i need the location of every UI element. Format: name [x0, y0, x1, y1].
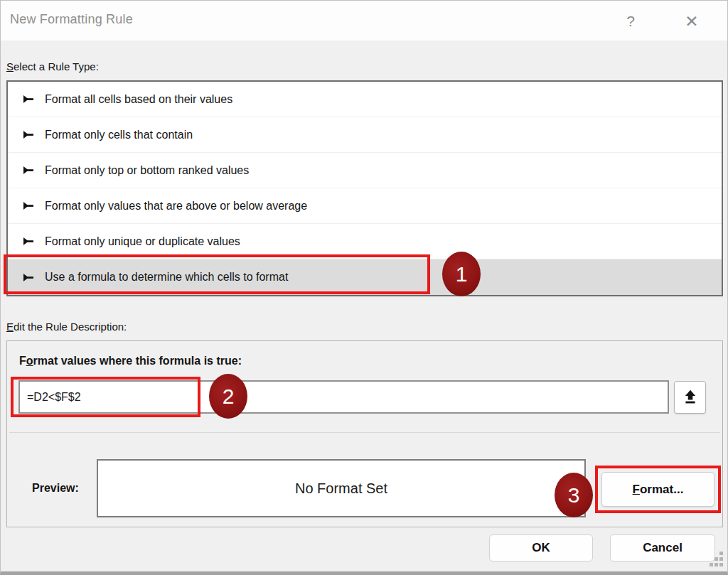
help-icon: ? [626, 13, 635, 30]
rule-type-option-label: Format only unique or duplicate values [45, 235, 240, 248]
groupbox-separator [9, 432, 720, 433]
close-icon: ✕ [685, 12, 698, 31]
collapse-dialog-up-arrow-icon [682, 389, 698, 407]
dialog-title: New Formatting Rule [10, 12, 133, 27]
collapse-dialog-button[interactable] [674, 381, 706, 414]
rule-type-option-label: Format only top or bottom ranked values [45, 164, 249, 177]
arrow-right-icon [23, 237, 34, 245]
format-preview-box: No Format Set [97, 459, 586, 517]
rule-type-option[interactable]: Format only top or bottom ranked values [8, 153, 722, 188]
resize-grip-icon[interactable] [710, 552, 725, 569]
dialog-titlebar: New Formatting Rule ? ✕ [1, 1, 727, 41]
rule-type-option[interactable]: Format all cells based on their values [8, 82, 722, 117]
arrow-right-icon [23, 274, 34, 281]
close-button[interactable]: ✕ [678, 8, 706, 35]
edit-rule-description-label: Edit the Rule Description: [6, 321, 127, 333]
rule-type-option[interactable]: Format only cells that contain [8, 117, 722, 153]
rule-type-option[interactable]: Format only unique or duplicate values [8, 224, 722, 259]
cancel-button[interactable]: Cancel [610, 534, 715, 561]
rule-type-option[interactable]: Format only values that are above or bel… [8, 188, 722, 224]
rule-type-option-label: Format only values that are above or bel… [45, 200, 307, 213]
new-formatting-rule-dialog: New Formatting Rule ? ✕ Select a Rule Ty… [0, 0, 728, 575]
format-button[interactable]: Format... [601, 472, 714, 507]
select-rule-type-label: Select a Rule Type: [6, 60, 99, 72]
ok-button[interactable]: OK [489, 534, 593, 561]
arrow-right-icon [23, 95, 34, 103]
rule-type-option-selected[interactable]: Use a formula to determine which cells t… [8, 259, 722, 295]
format-preview-text: No Format Set [295, 480, 387, 497]
arrow-right-icon [23, 166, 34, 174]
arrow-right-icon [23, 131, 34, 139]
rule-type-option-label: Format all cells based on their values [45, 93, 232, 106]
formula-input[interactable] [18, 380, 669, 414]
rule-type-option-label: Use a formula to determine which cells t… [45, 271, 288, 284]
help-button[interactable]: ? [616, 8, 645, 35]
formula-caption: Format values where this formula is true… [19, 355, 242, 367]
arrow-right-icon [23, 202, 34, 210]
rule-type-option-label: Format only cells that contain [45, 129, 193, 141]
preview-label: Preview: [32, 482, 79, 495]
rule-type-listbox[interactable]: Format all cells based on their values F… [6, 80, 723, 296]
